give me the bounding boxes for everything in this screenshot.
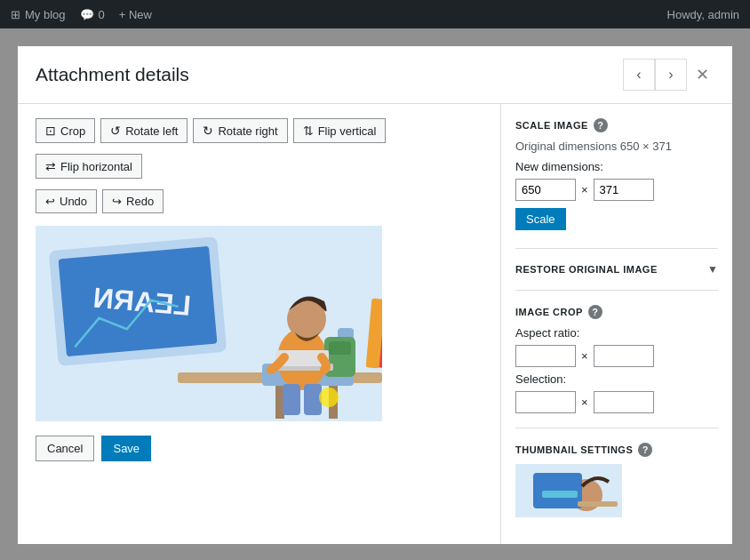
rotate-right-icon: ↻ xyxy=(203,124,213,138)
svg-rect-12 xyxy=(329,341,351,355)
restore-arrow-icon: ▼ xyxy=(707,263,718,276)
modal-body: ⊡ Crop ↺ Rotate left ↻ Rotate right ⇅ Fl… xyxy=(18,104,732,544)
scale-help-icon[interactable]: ? xyxy=(594,118,608,132)
image-placeholder: LEARN xyxy=(36,226,382,421)
height-input[interactable] xyxy=(594,179,654,201)
selection-row: × xyxy=(515,391,718,413)
wp-logo-icon: ⊞ xyxy=(11,8,20,21)
thumbnail-settings-section: THUMBNAIL SETTINGS ? xyxy=(515,443,718,517)
aspect-x-label: × xyxy=(581,349,588,363)
svg-rect-15 xyxy=(283,384,300,415)
restore-row[interactable]: RESTORE ORIGINAL IMAGE ▼ xyxy=(515,263,718,276)
selection-width-input[interactable] xyxy=(515,391,576,413)
divider-3 xyxy=(515,428,718,428)
admin-bar-howdy: Howdy, admin xyxy=(667,8,739,21)
redo-button[interactable]: ↪ Redo xyxy=(102,189,164,213)
close-button[interactable]: ✕ xyxy=(690,60,714,90)
width-input[interactable] xyxy=(515,179,576,201)
rotate-right-button[interactable]: ↻ Rotate right xyxy=(193,118,287,143)
crop-help-icon[interactable]: ? xyxy=(588,305,602,319)
admin-bar-new[interactable]: + New xyxy=(119,8,152,21)
aspect-width-input[interactable] xyxy=(515,345,576,367)
admin-bar-blog[interactable]: ⊞ My blog xyxy=(11,8,66,21)
save-button[interactable]: Save xyxy=(101,436,151,461)
dims-x-label: × xyxy=(581,183,588,196)
dimensions-row: × xyxy=(515,179,718,201)
selection-height-input[interactable] xyxy=(594,391,654,413)
left-panel: ⊡ Crop ↺ Rotate left ↻ Rotate right ⇅ Fl… xyxy=(18,104,501,544)
selection-x-label: × xyxy=(581,396,588,409)
svg-rect-16 xyxy=(304,384,322,415)
thumbnail-settings-title: THUMBNAIL SETTINGS ? xyxy=(515,443,718,457)
new-dimensions-label: New dimensions: xyxy=(515,160,718,173)
scale-image-section: SCALE IMAGE ? Original dimensions 650 × … xyxy=(515,118,718,230)
prev-button[interactable]: ‹ xyxy=(623,59,655,91)
scale-button[interactable]: Scale xyxy=(515,208,566,230)
modal-overlay: Attachment details ‹ › ✕ ⊡ Crop xyxy=(0,28,750,560)
modal-nav: ‹ › xyxy=(623,59,687,91)
scale-image-title: SCALE IMAGE ? xyxy=(515,118,718,132)
image-crop-section: IMAGE CROP ? Aspect ratio: × Selection: … xyxy=(515,305,718,413)
modal-header: Attachment details ‹ › ✕ xyxy=(18,46,732,104)
rotate-left-icon: ↺ xyxy=(110,124,121,138)
comment-icon: 💬 xyxy=(80,8,94,21)
crop-button[interactable]: ⊡ Crop xyxy=(36,118,95,143)
flip-horizontal-icon: ⇄ xyxy=(45,159,56,173)
thumbnail-help-icon[interactable]: ? xyxy=(638,443,652,457)
original-dimensions: Original dimensions 650 × 371 xyxy=(515,140,718,153)
flip-vertical-button[interactable]: ⇅ Flip vertical xyxy=(293,118,387,143)
next-button[interactable]: › xyxy=(655,59,687,91)
redo-icon: ↪ xyxy=(112,195,122,208)
action-row: Cancel Save xyxy=(36,436,483,461)
thumbnail-preview xyxy=(515,464,622,517)
modal-title: Attachment details xyxy=(36,64,189,85)
undo-icon: ↩ xyxy=(45,195,55,208)
image-crop-title: IMAGE CROP ? xyxy=(515,305,718,319)
svg-rect-24 xyxy=(578,501,618,507)
flip-horizontal-button[interactable]: ⇄ Flip horizontal xyxy=(36,154,142,179)
toolbar-row1: ⊡ Crop ↺ Rotate left ↻ Rotate right ⇅ Fl… xyxy=(36,118,483,143)
svg-point-19 xyxy=(319,388,339,407)
rotate-left-button[interactable]: ↺ Rotate left xyxy=(100,118,188,143)
cancel-button[interactable]: Cancel xyxy=(36,436,94,461)
toolbar-row2: ⇄ Flip horizontal xyxy=(36,154,483,179)
image-area: LEARN xyxy=(36,226,382,421)
undo-redo-row: ↩ Undo ↪ Redo xyxy=(36,189,483,213)
divider-1 xyxy=(515,248,718,249)
aspect-ratio-label: Aspect ratio: xyxy=(515,326,718,340)
right-panel: SCALE IMAGE ? Original dimensions 650 × … xyxy=(501,104,732,544)
svg-rect-23 xyxy=(542,491,578,498)
divider-2 xyxy=(515,290,718,291)
admin-bar: ⊞ My blog 💬 0 + New Howdy, admin xyxy=(0,0,750,28)
undo-button[interactable]: ↩ Undo xyxy=(36,189,97,213)
aspect-height-input[interactable] xyxy=(594,345,654,367)
flip-vertical-icon: ⇅ xyxy=(303,124,314,138)
crop-icon: ⊡ xyxy=(45,124,56,138)
modal: Attachment details ‹ › ✕ ⊡ Crop xyxy=(18,46,732,544)
selection-label: Selection: xyxy=(515,372,718,386)
restore-label: RESTORE ORIGINAL IMAGE xyxy=(515,264,658,275)
aspect-ratio-row: × xyxy=(515,345,718,367)
admin-bar-comments[interactable]: 💬 0 xyxy=(80,8,105,21)
